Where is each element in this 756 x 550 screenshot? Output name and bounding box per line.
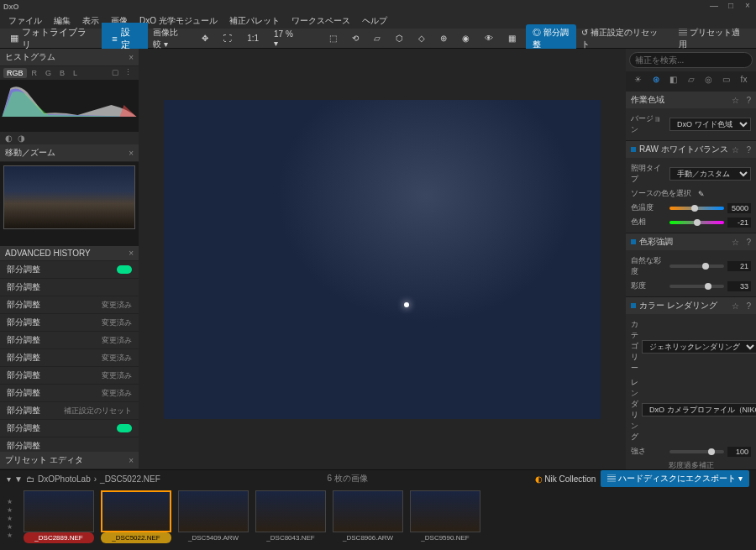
history-row[interactable]: 部分調整変更済み xyxy=(0,296,139,314)
wb-section-header[interactable]: RAW ホワイトバランス ☆? xyxy=(626,141,756,158)
watermark-tab-icon[interactable]: ▭ xyxy=(720,75,733,88)
right-panel: ☀ ⊛ ◧ ▱ ◎ ▭ fx 作業色域 ☆? バージョン DxO ワイド色域 R… xyxy=(626,49,756,469)
histo-display-icon[interactable]: ▢ xyxy=(112,68,119,78)
grid-icon[interactable]: ▦ xyxy=(503,31,521,45)
point-icon[interactable]: ◇ xyxy=(413,31,430,45)
render-category-select[interactable]: ジェネリックレンダリング xyxy=(642,340,756,354)
nav-header: 移動／ズーム × xyxy=(0,144,139,162)
saturation-slider[interactable] xyxy=(669,285,724,288)
histo-tab-g[interactable]: G xyxy=(42,68,55,78)
nik-collection-button[interactable]: ◐ Nik Collection xyxy=(535,474,596,484)
thumbnail[interactable]: _DSC8043.NEF xyxy=(255,490,326,543)
histo-tab-l[interactable]: L xyxy=(70,68,81,78)
workspace-select[interactable]: DxO ワイド色域 xyxy=(669,118,751,131)
star-icon[interactable]: ☆ xyxy=(732,145,739,155)
app-logo: DxO xyxy=(3,3,19,11)
history-row[interactable]: 部分調整 xyxy=(0,261,139,279)
rendering-section-header[interactable]: カラー レンダリング ☆? xyxy=(626,297,756,314)
search-input[interactable] xyxy=(629,52,753,68)
thumbnail[interactable]: _DSC2889.NEF xyxy=(24,490,94,543)
geometry-tab-icon[interactable]: ▱ xyxy=(685,75,698,88)
rating-filter[interactable]: ★★★★★ xyxy=(7,490,17,543)
render-intensity-slider[interactable] xyxy=(669,450,724,453)
nav-preview[interactable] xyxy=(0,162,139,246)
histo-menu-icon[interactable]: ⋮ xyxy=(121,68,135,78)
fit-icon[interactable]: ⛶ xyxy=(218,31,237,45)
maximize-button[interactable]: □ xyxy=(726,2,736,12)
title-bar: DxO — □ × xyxy=(0,0,756,13)
histo-tab-b[interactable]: B xyxy=(56,68,68,78)
history-row[interactable]: 部分調整変更済み xyxy=(0,314,139,332)
history-row[interactable]: 部分調整 xyxy=(0,420,139,437)
history-row[interactable]: 部分調整変更済み xyxy=(0,332,139,349)
shadow-clip-icon[interactable]: ◐ xyxy=(5,134,13,143)
vibrance-slider[interactable] xyxy=(669,265,724,268)
repair-icon[interactable]: ⊕ xyxy=(435,31,452,45)
export-button[interactable]: ▤ ハードディスクにエクスポート ▾ xyxy=(601,470,749,487)
history-row[interactable]: 部分調整 xyxy=(0,437,139,452)
history-list: 部分調整部分調整部分調整変更済み部分調整変更済み部分調整変更済み部分調整変更済み… xyxy=(0,261,139,452)
history-close-icon[interactable]: × xyxy=(129,249,134,258)
star-icon[interactable]: ☆ xyxy=(732,301,739,311)
thumbnail[interactable]: _DSC8906.ARW xyxy=(333,490,403,543)
color-tab-icon[interactable]: ⊛ xyxy=(649,75,663,88)
preview-icon[interactable]: 👁 xyxy=(480,31,498,45)
minimize-button[interactable]: — xyxy=(709,2,719,12)
reshape-icon[interactable]: ⬡ xyxy=(391,31,408,45)
history-header: ADVANCED HISTORY × xyxy=(0,246,139,261)
filmstrip: ▾ ▼ 🗀 DxOPhotoLab › _DSC5022.NEF 6 枚の画像 … xyxy=(0,469,756,550)
image-count: 6 枚の画像 xyxy=(327,473,367,485)
fx-tab-icon[interactable]: fx xyxy=(738,75,751,88)
history-row[interactable]: 部分調整補正設定のリセット xyxy=(0,402,139,420)
ratio-button[interactable]: 1:1 xyxy=(242,31,264,45)
zoom-level[interactable]: 17 % ▾ xyxy=(269,27,301,50)
local-tab-icon[interactable]: ◎ xyxy=(702,75,716,88)
perspective-icon[interactable]: ▱ xyxy=(369,31,386,45)
breadcrumb-file[interactable]: _DSC5022.NEF xyxy=(100,474,160,484)
left-panel: ヒストグラム × RGB R G B L ▢ ⋮ ◐ ◑ 移動／ズーム × AD… xyxy=(0,49,139,469)
nav-close-icon[interactable]: × xyxy=(129,149,134,158)
horizon-icon[interactable]: ⟲ xyxy=(347,31,364,45)
nav-thumbnail[interactable] xyxy=(3,165,135,229)
history-row[interactable]: 部分調整変更済み xyxy=(0,367,139,385)
workspace-section-header[interactable]: 作業色域 ☆? xyxy=(626,92,756,108)
redeye-icon[interactable]: ◉ xyxy=(457,31,475,45)
render-profile-select[interactable]: DxO カメラプロファイル（NIKON... xyxy=(642,403,756,416)
move-tool-icon[interactable]: ✥ xyxy=(197,31,213,45)
tint-slider[interactable] xyxy=(669,221,724,224)
chevron-down-icon[interactable]: ▾ xyxy=(7,474,11,484)
light-tab-icon[interactable]: ☀ xyxy=(632,75,645,88)
main-toolbar: ▦ フォトライブラリ ≡ 設定 画像比較 ▾ ✥ ⛶ 1:1 17 % ▾ ⬚ … xyxy=(0,29,756,49)
histogram-close-icon[interactable]: × xyxy=(129,53,134,62)
thumbnail[interactable]: _DSC9590.NEF xyxy=(410,490,480,543)
wb-type-select[interactable]: 手動／カスタム xyxy=(669,167,751,181)
crop-icon[interactable]: ⬚ xyxy=(324,31,342,45)
main-image[interactable] xyxy=(164,100,601,419)
histogram-header: ヒストグラム × xyxy=(0,49,139,66)
temp-slider[interactable] xyxy=(669,207,724,210)
preset-editor-header[interactable]: プリセット エディタ × xyxy=(0,452,139,469)
breadcrumb-folder[interactable]: DxOPhotoLab xyxy=(38,474,91,484)
histo-tab-rgb[interactable]: RGB xyxy=(3,68,27,78)
vibrancy-section-header[interactable]: 色彩強調 ☆? xyxy=(626,233,756,250)
thumbnail[interactable]: _DSC5022.NEF xyxy=(101,490,171,543)
filter-icon[interactable]: ▼ xyxy=(14,474,23,484)
close-button[interactable]: × xyxy=(743,2,753,12)
preset-editor-close-icon[interactable]: × xyxy=(129,456,134,465)
highlight-clip-icon[interactable]: ◑ xyxy=(18,134,25,143)
history-row[interactable]: 部分調整 xyxy=(0,279,139,296)
star-icon[interactable]: ☆ xyxy=(732,96,739,105)
detail-tab-icon[interactable]: ◧ xyxy=(667,75,680,88)
history-row[interactable]: 部分調整変更済み xyxy=(0,349,139,367)
image-viewer[interactable] xyxy=(139,49,626,469)
folder-icon: 🗀 xyxy=(26,474,34,484)
thumbnail[interactable]: _DSC5409.ARW xyxy=(178,490,249,543)
histo-tab-r[interactable]: R xyxy=(29,68,41,78)
history-row[interactable]: 部分調整変更済み xyxy=(0,385,139,402)
eyedropper-icon[interactable]: ✎ xyxy=(698,190,705,198)
star-icon[interactable]: ☆ xyxy=(732,238,739,247)
histogram-display xyxy=(0,80,139,132)
